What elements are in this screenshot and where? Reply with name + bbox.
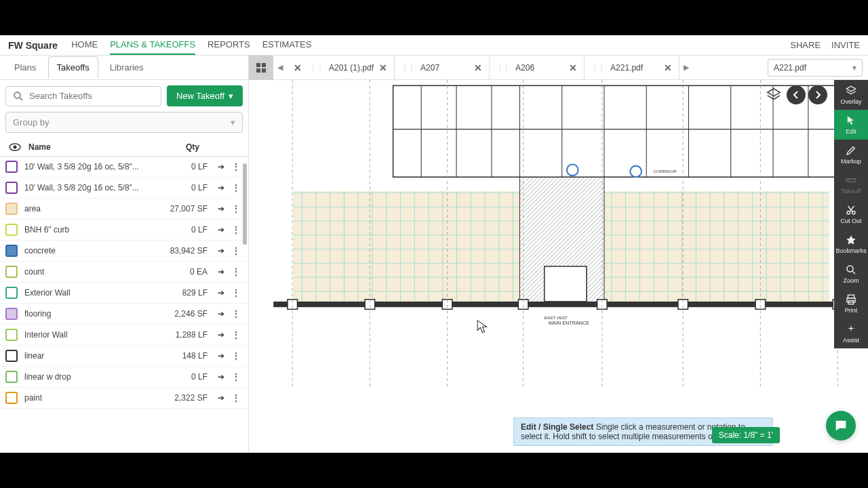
goto-arrow-icon[interactable]: ➔ <box>213 330 229 340</box>
takeoff-row[interactable]: 10' Wall, 3 5/8 20g 16 oc, 5/8"... 0 LF … <box>0 178 248 199</box>
tab-takeoffs[interactable]: Takeoffs <box>48 56 98 79</box>
doc-tab-3[interactable]: ⋮⋮ A221.pdf ✕ <box>585 56 679 80</box>
close-icon[interactable]: ✕ <box>379 62 387 73</box>
tool-bookmarks[interactable]: Bookmarks <box>834 229 868 259</box>
takeoff-name: area <box>24 204 159 214</box>
takeoff-row[interactable]: flooring 2,246 SF ➔ ⋮ <box>0 304 248 325</box>
tool-overlay[interactable]: Overlay <box>834 80 868 110</box>
nav-reports[interactable]: REPORTS <box>208 35 250 55</box>
row-menu-icon[interactable]: ⋮ <box>229 246 243 256</box>
takeoff-row[interactable]: 10' Wall, 3 5/8 20g 16 oc, 5/8"... 0 LF … <box>0 157 248 178</box>
takeoff-row[interactable]: paint 2,322 SF ➔ ⋮ <box>0 388 248 409</box>
goto-arrow-icon[interactable]: ➔ <box>213 267 229 277</box>
tabs-prev[interactable]: ◀ <box>273 63 287 72</box>
canvas-next-button[interactable] <box>808 85 827 104</box>
goto-arrow-icon[interactable]: ➔ <box>213 204 229 214</box>
row-menu-icon[interactable]: ⋮ <box>229 288 243 298</box>
goto-arrow-icon[interactable]: ➔ <box>213 309 229 319</box>
doc-tab-0[interactable]: ✕ ⋮⋮ A201 (1).pdf ✕ <box>287 56 395 80</box>
takeoffs-sidebar: New Takeoff ▾ Group by ▾ Name Qty <box>0 80 249 453</box>
takeoff-list[interactable]: 10' Wall, 3 5/8 20g 16 oc, 5/8"... 0 LF … <box>0 157 248 453</box>
goto-arrow-icon[interactable]: ➔ <box>213 372 229 382</box>
doc-selector-dropdown[interactable]: A221.pdf ▾ <box>768 59 863 77</box>
row-menu-icon[interactable]: ⋮ <box>229 183 243 192</box>
tool-cutout[interactable]: Cut Out <box>834 199 868 229</box>
takeoff-row[interactable]: area 27,007 SF ➔ ⋮ <box>0 199 248 220</box>
close-icon[interactable]: ✕ <box>294 62 302 73</box>
tool-assist[interactable]: Assist <box>834 319 868 348</box>
takeoff-row[interactable]: BNH 6" curb 0 LF ➔ ⋮ <box>0 220 248 241</box>
takeoff-name: paint <box>24 393 159 403</box>
column-name[interactable]: Name <box>24 142 151 152</box>
doc-tab-1[interactable]: ⋮⋮ A207 ✕ <box>395 56 490 80</box>
nav-estimates[interactable]: ESTIMATES <box>262 35 312 55</box>
scrollbar[interactable] <box>241 157 248 453</box>
doc-tab-label: A201 (1).pdf <box>329 63 374 73</box>
tool-edit[interactable]: Edit <box>834 110 868 140</box>
takeoff-name: linear <box>24 351 159 361</box>
close-icon[interactable]: ✕ <box>664 62 672 73</box>
search-input[interactable] <box>29 91 154 101</box>
goto-arrow-icon[interactable]: ➔ <box>213 351 229 361</box>
takeoff-row[interactable]: linear w drop 0 LF ➔ ⋮ <box>0 367 248 388</box>
tab-libraries[interactable]: Libraries <box>101 56 153 79</box>
takeoff-name: flooring <box>24 309 159 319</box>
close-icon[interactable]: ✕ <box>474 62 482 73</box>
takeoff-row[interactable]: count 0 EA ➔ ⋮ <box>0 262 248 283</box>
grip-icon: ⋮⋮ <box>496 64 510 71</box>
row-menu-icon[interactable]: ⋮ <box>229 372 243 382</box>
tab-plans[interactable]: Plans <box>5 56 45 79</box>
doc-tab-label: A207 <box>420 63 439 73</box>
goto-arrow-icon[interactable]: ➔ <box>213 246 229 256</box>
takeoff-row[interactable]: Interior Wall 1,288 LF ➔ ⋮ <box>0 325 248 346</box>
goto-arrow-icon[interactable]: ➔ <box>213 393 229 403</box>
tool-markup[interactable]: Markup <box>834 140 868 169</box>
takeoff-row[interactable]: linear 148 LF ➔ ⋮ <box>0 346 248 367</box>
new-takeoff-button[interactable]: New Takeoff ▾ <box>167 85 243 106</box>
plan-canvas[interactable]: MAIN ENTRANCE EAST VEST CORRIDOR <box>249 80 868 453</box>
row-menu-icon[interactable]: ⋮ <box>229 225 243 235</box>
doc-tab-2[interactable]: ⋮⋮ A206 ✕ <box>490 56 585 80</box>
takeoff-qty: 2,322 SF <box>159 393 213 403</box>
row-menu-icon[interactable]: ⋮ <box>229 393 243 403</box>
nav-home[interactable]: HOME <box>71 35 98 55</box>
eye-icon[interactable] <box>9 143 21 151</box>
grip-icon: ⋮⋮ <box>591 64 605 71</box>
search-input-wrapper[interactable] <box>5 86 161 106</box>
svg-rect-46 <box>545 266 587 302</box>
row-menu-icon[interactable]: ⋮ <box>229 309 243 319</box>
row-menu-icon[interactable]: ⋮ <box>229 162 243 171</box>
goto-arrow-icon[interactable]: ➔ <box>213 288 229 298</box>
scale-badge[interactable]: Scale: 1/8" = 1' <box>712 427 780 443</box>
nav-plans-takeoffs[interactable]: PLANS & TAKEOFFS <box>110 35 195 55</box>
tabs-next[interactable]: ▶ <box>679 63 693 72</box>
row-menu-icon[interactable]: ⋮ <box>229 330 243 340</box>
share-link[interactable]: SHARE <box>790 40 821 50</box>
column-qty[interactable]: Qty <box>151 142 205 152</box>
app-title: FW Square <box>8 40 58 51</box>
goto-arrow-icon[interactable]: ➔ <box>213 162 229 171</box>
grid-view-button[interactable] <box>249 56 273 80</box>
tool-zoom[interactable]: Zoom <box>834 259 868 289</box>
takeoff-color-icon <box>5 308 18 320</box>
row-menu-icon[interactable]: ⋮ <box>229 351 243 361</box>
invite-link[interactable]: INVITE <box>831 40 860 50</box>
row-menu-icon[interactable]: ⋮ <box>229 267 243 277</box>
canvas-prev-button[interactable] <box>787 85 806 104</box>
svg-rect-0 <box>256 63 260 67</box>
top-nav: HOME PLANS & TAKEOFFS REPORTS ESTIMATES <box>71 35 311 55</box>
svg-rect-1 <box>262 63 266 67</box>
layers-button[interactable] <box>764 85 783 104</box>
close-icon[interactable]: ✕ <box>569 62 577 73</box>
takeoff-color-icon <box>5 329 18 341</box>
takeoff-row[interactable]: Exterior Wall 829 LF ➔ ⋮ <box>0 283 248 304</box>
takeoff-qty: 0 LF <box>159 372 213 382</box>
groupby-dropdown[interactable]: Group by ▾ <box>5 112 243 133</box>
row-menu-icon[interactable]: ⋮ <box>229 204 243 214</box>
tool-takeoff[interactable]: Takeoff <box>834 169 868 199</box>
goto-arrow-icon[interactable]: ➔ <box>213 183 229 192</box>
takeoff-row[interactable]: concrete 83,942 SF ➔ ⋮ <box>0 241 248 262</box>
chat-button[interactable] <box>826 411 856 441</box>
goto-arrow-icon[interactable]: ➔ <box>213 225 229 235</box>
tool-print[interactable]: Print <box>834 289 868 319</box>
